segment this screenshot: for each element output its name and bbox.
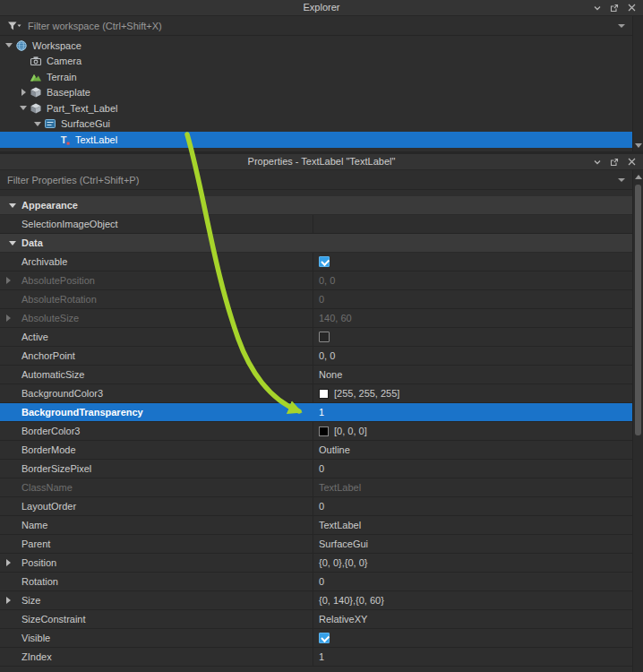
property-value-automaticsize[interactable]: None (313, 366, 632, 383)
float-window-icon[interactable] (609, 3, 620, 13)
property-row-classname[interactable]: ClassNameTextLabel (0, 478, 632, 497)
property-row-size[interactable]: Size{0, 140},{0, 60} (0, 591, 632, 610)
property-value-active[interactable] (313, 328, 632, 346)
value-text: 0 (319, 463, 324, 474)
collapse-arrow-icon[interactable] (4, 40, 14, 51)
property-row-selectionimageobject[interactable]: SelectionImageObject (0, 215, 632, 234)
checked-checkbox[interactable] (319, 256, 330, 267)
filter-dropdown-caret-icon[interactable] (618, 24, 625, 28)
expand-arrow-icon[interactable] (18, 87, 29, 98)
tree-item-baseplate[interactable]: Baseplate (0, 85, 632, 101)
tree-item-textlabel[interactable]: TTextLabel (0, 132, 632, 148)
surfacegui-icon (43, 117, 57, 130)
property-value-visible[interactable] (313, 629, 632, 647)
section-header-appearance[interactable]: Appearance (0, 196, 632, 215)
explorer-filter-input[interactable]: Filter workspace (Ctrl+Shift+X) (0, 16, 632, 36)
expand-arrow-icon[interactable] (6, 554, 11, 572)
explorer-scrollbar[interactable] (632, 16, 643, 151)
property-row-sizeconstraint[interactable]: SizeConstraintRelativeXY (0, 610, 632, 629)
property-row-position[interactable]: Position{0, 0},{0, 0} (0, 554, 632, 573)
expand-arrow-icon[interactable] (6, 309, 11, 327)
properties-filter-input[interactable]: Filter Properties (Ctrl+Shift+P) (0, 170, 632, 190)
color-swatch[interactable] (319, 389, 329, 399)
tree-item-label: Terrain (47, 72, 77, 82)
scrollbar-thumb[interactable] (635, 185, 641, 435)
property-value-bordermode[interactable]: Outline (313, 441, 632, 459)
property-value-zindex[interactable]: 1 (313, 648, 632, 666)
tree-item-terrain[interactable]: Terrain (0, 69, 632, 85)
explorer-filter-placeholder: Filter workspace (Ctrl+Shift+X) (28, 21, 162, 31)
property-row-anchorpoint[interactable]: AnchorPoint0, 0 (0, 347, 632, 366)
property-value-rotation[interactable]: 0 (313, 573, 632, 590)
property-value-name[interactable]: TextLabel (313, 516, 632, 534)
property-value-absoluteposition[interactable]: 0, 0 (313, 271, 632, 289)
expand-arrow-icon[interactable] (6, 591, 11, 609)
color-swatch[interactable] (319, 426, 329, 436)
property-row-bordersizepixel[interactable]: BorderSizePixel0 (0, 460, 632, 478)
value-text: {0, 140},{0, 60} (319, 595, 384, 606)
properties-scrollbar[interactable] (632, 170, 643, 672)
property-name: Name (21, 520, 47, 530)
property-value-sizeconstraint[interactable]: RelativeXY (313, 610, 632, 628)
property-value-selectionimageobject[interactable] (313, 215, 632, 233)
filter-dropdown-caret-icon[interactable] (618, 178, 625, 182)
expander-spacer (18, 72, 29, 82)
property-row-layoutorder[interactable]: LayoutOrder0 (0, 497, 632, 516)
property-value-archivable[interactable] (313, 253, 632, 271)
property-name-cell: Size (0, 591, 313, 609)
property-name: BorderColor3 (21, 426, 80, 436)
property-row-absoluterotation[interactable]: AbsoluteRotation0 (0, 290, 632, 309)
property-value-position[interactable]: {0, 0},{0, 0} (313, 554, 632, 572)
property-row-visible[interactable]: Visible (0, 629, 632, 648)
property-row-active[interactable]: Active (0, 328, 632, 347)
property-row-archivable[interactable]: Archivable (0, 253, 632, 271)
property-value-absolutesize[interactable]: 140, 60 (313, 309, 632, 327)
scroll-down-button[interactable] (633, 140, 643, 151)
property-row-automaticsize[interactable]: AutomaticSizeNone (0, 366, 632, 384)
collapse-arrow-icon[interactable] (9, 203, 16, 208)
property-value-bordersizepixel[interactable]: 0 (313, 460, 632, 478)
float-window-icon[interactable] (609, 157, 620, 168)
unchecked-checkbox[interactable] (319, 332, 330, 342)
property-row-backgroundtransparency[interactable]: BackgroundTransparency1 (0, 403, 632, 422)
tree-item-part_text_label[interactable]: Part_Text_Label (0, 100, 632, 116)
tree-item-camera[interactable]: Camera (0, 54, 632, 70)
tree-item-label: TextLabel (75, 134, 117, 145)
scroll-up-button[interactable] (633, 171, 643, 182)
property-row-zindex[interactable]: ZIndex1 (0, 648, 632, 667)
property-value-parent[interactable]: SurfaceGui (313, 535, 632, 553)
filter-funnel-icon[interactable] (7, 21, 22, 31)
property-value-layoutorder[interactable]: 0 (313, 497, 632, 515)
property-value-backgroundcolor3[interactable]: [255, 255, 255] (313, 384, 632, 402)
collapse-panel-icon[interactable] (592, 3, 603, 13)
property-row-name[interactable]: NameTextLabel (0, 516, 632, 535)
collapse-panel-icon[interactable] (592, 157, 603, 168)
property-row-bordercolor3[interactable]: BorderColor3[0, 0, 0] (0, 422, 632, 441)
section-label: Appearance (21, 200, 78, 211)
property-value-classname[interactable]: TextLabel (313, 478, 632, 496)
close-panel-icon[interactable] (626, 157, 637, 168)
checked-checkbox[interactable] (319, 633, 330, 643)
property-row-parent[interactable]: ParentSurfaceGui (0, 535, 632, 554)
close-panel-icon[interactable] (626, 3, 637, 13)
property-row-rotation[interactable]: Rotation0 (0, 573, 632, 591)
property-value-backgroundtransparency[interactable]: 1 (313, 403, 632, 421)
property-value-anchorpoint[interactable]: 0, 0 (313, 347, 632, 365)
property-row-absoluteposition[interactable]: AbsolutePosition0, 0 (0, 271, 632, 290)
section-header-data[interactable]: Data (0, 234, 632, 253)
property-value-bordercolor3[interactable]: [0, 0, 0] (313, 422, 632, 440)
collapse-arrow-icon[interactable] (18, 103, 29, 114)
property-value-absoluterotation[interactable]: 0 (313, 290, 632, 308)
property-row-backgroundcolor3[interactable]: BackgroundColor3[255, 255, 255] (0, 384, 632, 403)
tree-item-surfacegui[interactable]: SurfaceGui (0, 116, 632, 133)
property-value-size[interactable]: {0, 140},{0, 60} (313, 591, 632, 609)
part-icon (29, 102, 43, 115)
tree-item-workspace[interactable]: Workspace (0, 38, 632, 54)
property-row-bordermode[interactable]: BorderModeOutline (0, 441, 632, 460)
property-name-cell: BackgroundTransparency (0, 403, 313, 421)
collapse-arrow-icon[interactable] (32, 118, 43, 129)
property-name-cell: Active (0, 328, 313, 346)
collapse-arrow-icon[interactable] (9, 241, 16, 246)
property-row-absolutesize[interactable]: AbsoluteSize140, 60 (0, 309, 632, 328)
expand-arrow-icon[interactable] (6, 271, 11, 289)
